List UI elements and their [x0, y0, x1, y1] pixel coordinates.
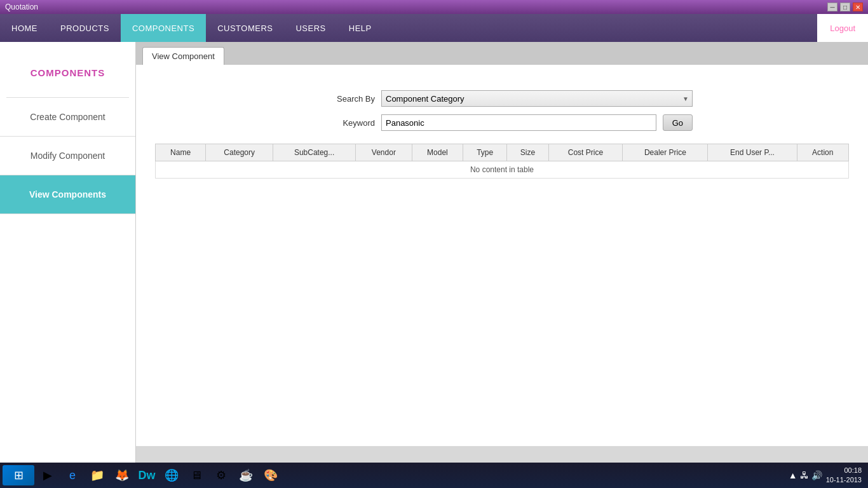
- maximize-button[interactable]: □: [840, 3, 850, 11]
- col-vendor: Vendor: [355, 144, 412, 161]
- tray-network-icon: 🖧: [800, 470, 809, 480]
- menu-home[interactable]: HOME: [0, 14, 49, 42]
- menu-customers[interactable]: CUSTOMERS: [206, 14, 284, 42]
- tray-expand-icon[interactable]: ▲: [789, 470, 797, 480]
- keyword-row: Keyword Go: [311, 114, 693, 131]
- sidebar-title: COMPONENTS: [0, 42, 135, 97]
- clock-date: 10-11-2013: [826, 475, 862, 485]
- tray-icons: ▲ 🖧 🔊: [789, 470, 822, 480]
- menu-bar: HOME PRODUCTS COMPONENTS CUSTOMERS USERS…: [0, 14, 868, 42]
- logout-button[interactable]: Logout: [817, 14, 868, 42]
- main-layout: COMPONENTS Create Component Modify Compo…: [0, 42, 868, 463]
- close-button[interactable]: ✕: [853, 3, 863, 11]
- search-by-label: Search By: [311, 94, 375, 104]
- go-button[interactable]: Go: [663, 114, 693, 131]
- col-model: Model: [412, 144, 463, 161]
- taskbar-media-player[interactable]: ▶: [36, 465, 59, 485]
- col-action: Action: [797, 144, 848, 161]
- menu-help[interactable]: HELP: [337, 14, 383, 42]
- keyword-input[interactable]: [381, 114, 656, 131]
- sidebar-item-modify[interactable]: Modify Component: [0, 137, 135, 175]
- taskbar-java[interactable]: ☕: [234, 465, 257, 485]
- search-by-select-wrapper: Component Category Name Vendor Model Typ…: [381, 90, 693, 107]
- taskbar-chrome[interactable]: 🌐: [160, 465, 183, 485]
- start-button[interactable]: ⊞: [3, 465, 34, 485]
- taskbar-dreamweaver[interactable]: Dw: [135, 465, 158, 485]
- system-clock: 00:18 10-11-2013: [826, 466, 862, 485]
- taskbar-ie[interactable]: e: [61, 465, 84, 485]
- taskbar-tray: ▲ 🖧 🔊 00:18 10-11-2013: [789, 466, 865, 485]
- clock-time: 00:18: [826, 466, 862, 475]
- minimize-button[interactable]: ─: [827, 3, 837, 11]
- menu-users[interactable]: USERS: [284, 14, 337, 42]
- col-end-user-price: End User P...: [708, 144, 797, 161]
- sidebar: COMPONENTS Create Component Modify Compo…: [0, 42, 136, 463]
- window-controls: ─ □ ✕: [827, 3, 863, 11]
- col-category: Category: [206, 144, 273, 161]
- tab-bar: View Component: [136, 42, 868, 65]
- col-subcategory: SubCateg...: [273, 144, 356, 161]
- table-header-row: Name Category SubCateg... Vendor Model T…: [156, 144, 849, 161]
- taskbar-app3[interactable]: ⚙: [210, 465, 233, 485]
- col-cost-price: Cost Price: [548, 144, 623, 161]
- empty-message: No content in table: [156, 161, 849, 179]
- col-type: Type: [463, 144, 507, 161]
- taskbar-app2[interactable]: 🖥: [185, 465, 208, 485]
- col-name: Name: [156, 144, 206, 161]
- taskbar-firefox[interactable]: 🦊: [111, 465, 133, 485]
- empty-row: No content in table: [156, 161, 849, 179]
- taskbar: ⊞ ▶ e 📁 🦊 Dw 🌐 🖥 ⚙ ☕ 🎨 ▲ 🖧 🔊 00:18 10-11…: [0, 463, 868, 488]
- tray-sound-icon: 🔊: [811, 470, 822, 480]
- menu-components[interactable]: COMPONENTS: [121, 14, 206, 42]
- search-by-select[interactable]: Component Category Name Vendor Model Typ…: [381, 90, 693, 107]
- content-area: View Component Search By Component Categ…: [136, 42, 868, 463]
- data-table: Name Category SubCateg... Vendor Model T…: [155, 144, 849, 179]
- col-size: Size: [507, 144, 548, 161]
- col-dealer-price: Dealer Price: [623, 144, 708, 161]
- search-section: Search By Component Category Name Vendor…: [155, 90, 849, 131]
- content-panel: Search By Component Category Name Vendor…: [136, 65, 868, 446]
- title-bar: Quotation ─ □ ✕: [0, 0, 868, 14]
- search-by-row: Search By Component Category Name Vendor…: [311, 90, 693, 107]
- menu-products[interactable]: PRODUCTS: [49, 14, 121, 42]
- sidebar-item-view[interactable]: View Components: [0, 175, 135, 214]
- taskbar-paint[interactable]: 🎨: [259, 465, 282, 485]
- sidebar-item-create[interactable]: Create Component: [0, 98, 135, 137]
- taskbar-file-manager[interactable]: 📁: [86, 465, 109, 485]
- keyword-label: Keyword: [311, 118, 375, 128]
- tab-view-component[interactable]: View Component: [142, 47, 224, 65]
- window-title: Quotation: [5, 3, 38, 11]
